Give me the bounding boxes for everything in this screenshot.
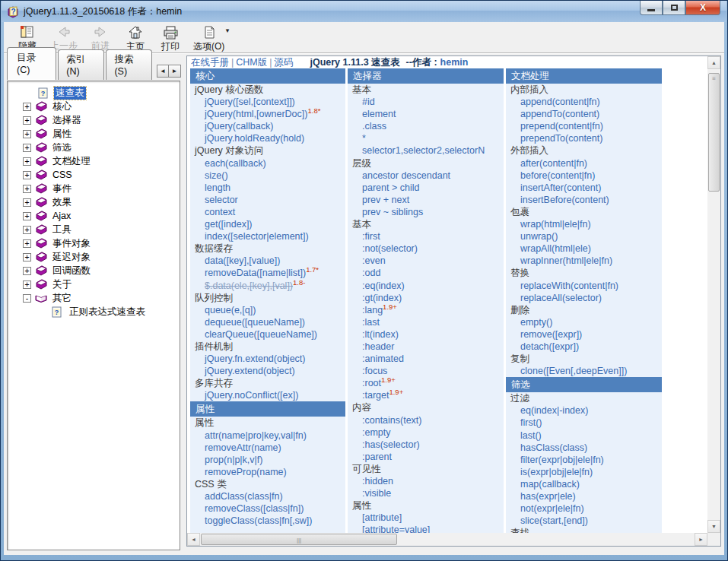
scroll-right-icon[interactable]: ► bbox=[695, 533, 707, 546]
api-link[interactable]: :first bbox=[348, 230, 504, 242]
api-link[interactable]: unwrap() bbox=[506, 230, 662, 242]
expand-plus-icon[interactable]: + bbox=[23, 171, 31, 179]
scroll-up-icon[interactable]: ▲ bbox=[707, 56, 720, 69]
tree-item-event-object[interactable]: +事件对象 bbox=[8, 236, 180, 250]
api-link[interactable]: :target1.9+ bbox=[348, 389, 504, 401]
api-link[interactable]: jQuery(callback) bbox=[190, 120, 345, 132]
api-link[interactable]: :empty bbox=[348, 426, 504, 439]
api-link[interactable]: :odd bbox=[348, 267, 504, 279]
api-link[interactable]: is(expr|obj|ele|fn) bbox=[506, 466, 662, 478]
scroll-down-icon[interactable]: ▼ bbox=[707, 520, 720, 533]
api-link[interactable]: before(content|fn) bbox=[506, 170, 662, 182]
api-link[interactable]: wrap(html|ele|fn) bbox=[506, 218, 662, 230]
api-link[interactable]: [attribute=value] bbox=[348, 524, 504, 533]
api-link[interactable]: :eq(index) bbox=[348, 280, 504, 292]
api-link[interactable]: replaceWith(content|fn) bbox=[506, 280, 662, 292]
api-link[interactable]: $.data(ele,[key],[val])1.8- bbox=[190, 280, 345, 292]
api-link[interactable]: index([selector|element]) bbox=[190, 230, 345, 242]
tree-item-deferred[interactable]: +延迟对象 bbox=[8, 250, 180, 264]
scroll-left-icon[interactable]: ◄ bbox=[187, 533, 200, 546]
api-link[interactable]: detach([expr]) bbox=[506, 341, 662, 353]
api-link[interactable]: element bbox=[348, 108, 504, 120]
api-link[interactable]: get([index]) bbox=[190, 218, 345, 230]
api-link[interactable]: insertAfter(content) bbox=[506, 182, 662, 194]
expand-plus-icon[interactable]: + bbox=[23, 212, 31, 220]
api-link[interactable]: :lang1.9+ bbox=[348, 304, 504, 316]
api-link[interactable]: prev + next bbox=[348, 194, 504, 206]
author-link[interactable]: hemin bbox=[440, 57, 469, 68]
api-link[interactable]: append(content|fn) bbox=[506, 96, 662, 108]
api-link[interactable]: has(expr|ele) bbox=[506, 490, 662, 502]
api-link[interactable]: removeClass([class|fn]) bbox=[190, 502, 345, 515]
expand-plus-icon[interactable]: + bbox=[23, 280, 31, 289]
expand-plus-icon[interactable]: + bbox=[23, 185, 31, 193]
api-link[interactable]: selector bbox=[190, 194, 345, 206]
tree-item-selectors[interactable]: +选择器 bbox=[8, 113, 180, 127]
api-link[interactable]: parent > child bbox=[348, 182, 504, 194]
api-link[interactable]: removeData([name|list])1.7* bbox=[190, 267, 345, 279]
topbar-link[interactable]: 在线手册 bbox=[191, 56, 229, 69]
tree-item-utilities[interactable]: +工具 bbox=[8, 223, 180, 236]
api-link[interactable]: :root1.9+ bbox=[348, 377, 504, 389]
horizontal-scroll-thumb[interactable]: ||| bbox=[201, 534, 397, 545]
api-link[interactable]: jQuery.fn.extend(object) bbox=[190, 353, 345, 365]
api-link[interactable]: prev ~ siblings bbox=[348, 206, 504, 218]
expand-plus-icon[interactable]: + bbox=[23, 144, 31, 152]
api-link[interactable]: removeAttr(name) bbox=[190, 442, 345, 454]
api-link[interactable]: slice(start,[end]) bbox=[506, 515, 662, 527]
api-link[interactable]: removeProp(name) bbox=[190, 466, 345, 478]
api-link[interactable]: :even bbox=[348, 255, 504, 267]
api-link[interactable]: addClass(class|fn) bbox=[190, 490, 345, 502]
api-link[interactable]: size() bbox=[190, 170, 345, 182]
api-link[interactable]: jQuery([sel,[context]]) bbox=[190, 96, 345, 108]
tree-item-regex[interactable]: ?正则表达式速查表 bbox=[8, 305, 180, 319]
api-link[interactable]: prependTo(content) bbox=[506, 132, 662, 144]
api-link[interactable]: .class bbox=[348, 120, 504, 132]
tree-item-manipulation[interactable]: +文档处理 bbox=[8, 154, 180, 168]
api-link[interactable]: :gt(index) bbox=[348, 292, 504, 304]
toolbar-button-forward[interactable]: 前进 bbox=[83, 24, 118, 52]
expand-plus-icon[interactable]: + bbox=[23, 116, 31, 125]
api-link[interactable]: data([key],[value]) bbox=[190, 255, 345, 267]
toolbar-button-home[interactable]: 主页 bbox=[118, 24, 153, 52]
api-link[interactable]: appendTo(content) bbox=[506, 108, 662, 120]
tree-item-effects[interactable]: +效果 bbox=[8, 195, 180, 209]
topbar-link[interactable]: 源码 bbox=[274, 56, 293, 69]
api-link[interactable]: jQuery.extend(object) bbox=[190, 365, 345, 377]
pane-splitter[interactable] bbox=[181, 54, 186, 554]
api-link[interactable]: prop(n|p|k,v|f) bbox=[190, 454, 345, 466]
api-link[interactable]: eq(index|-index) bbox=[506, 404, 662, 417]
expand-plus-icon[interactable]: + bbox=[23, 239, 31, 248]
api-link[interactable]: wrapInner(html|ele|fn) bbox=[506, 255, 662, 267]
tree-item-filtering[interactable]: +筛选 bbox=[8, 141, 180, 154]
api-link[interactable]: :not(selector) bbox=[348, 242, 504, 255]
api-link[interactable]: [attribute] bbox=[348, 512, 504, 524]
tab-contents[interactable]: 目录(C) bbox=[7, 47, 56, 80]
api-link[interactable]: length bbox=[190, 182, 345, 194]
api-link[interactable]: remove([expr]) bbox=[506, 328, 662, 341]
tree-item-ajax[interactable]: +Ajax bbox=[8, 209, 180, 223]
horizontal-scrollbar[interactable]: ◄ ||| ► bbox=[187, 533, 707, 546]
api-link[interactable]: empty() bbox=[506, 316, 662, 328]
api-link[interactable]: :focus bbox=[348, 365, 504, 377]
api-link[interactable]: hasClass(class) bbox=[506, 442, 662, 454]
api-link[interactable]: :animated bbox=[348, 353, 504, 365]
tab-scroll-right-icon[interactable]: ► bbox=[169, 65, 181, 78]
api-link[interactable]: selector1,selector2,selectorN bbox=[348, 144, 504, 157]
api-link[interactable]: toggleClass(class|fn[,sw]) bbox=[190, 515, 345, 527]
close-button[interactable]: X bbox=[685, 1, 720, 15]
api-link[interactable]: not(expr|ele|fn) bbox=[506, 502, 662, 515]
api-link[interactable]: :last bbox=[348, 316, 504, 328]
expand-plus-icon[interactable]: + bbox=[23, 198, 31, 207]
expand-plus-icon[interactable]: + bbox=[23, 253, 31, 261]
expand-plus-icon[interactable]: + bbox=[23, 103, 31, 111]
expand-plus-icon[interactable]: + bbox=[23, 267, 31, 275]
api-link[interactable]: :visible bbox=[348, 487, 504, 499]
api-link[interactable]: attr(name|pro|key,val|fn) bbox=[190, 429, 345, 442]
tree-item-quickref[interactable]: ?速查表 bbox=[8, 86, 180, 100]
api-link[interactable]: prepend(content|fn) bbox=[506, 120, 662, 132]
api-link[interactable]: jQuery.holdReady(hold) bbox=[190, 132, 345, 144]
api-link[interactable]: :lt(index) bbox=[348, 328, 504, 341]
tree-item-css[interactable]: +CSS bbox=[8, 168, 180, 182]
api-link[interactable]: insertBefore(content) bbox=[506, 194, 662, 206]
